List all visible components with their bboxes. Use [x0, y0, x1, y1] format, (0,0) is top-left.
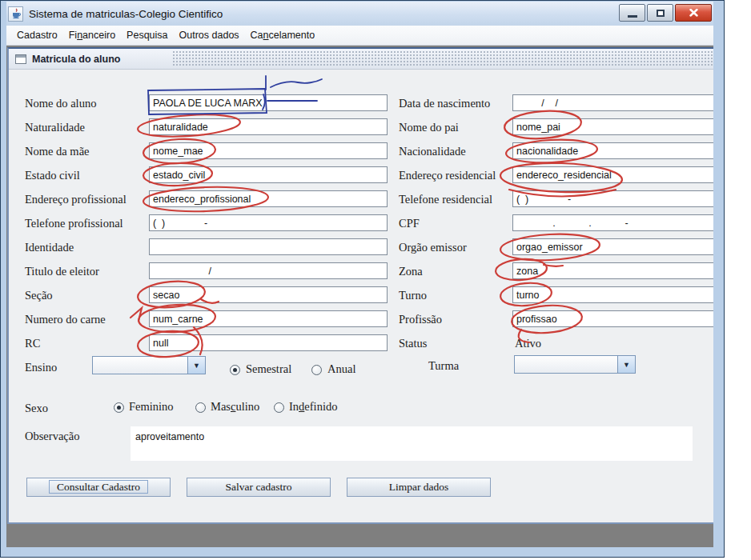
status-value: Ativo: [515, 337, 541, 350]
label-cpf: CPF: [399, 217, 420, 230]
field-rc[interactable]: null: [149, 334, 388, 351]
field-identidade[interactable]: [149, 238, 388, 255]
label-telefone-profissional: Telefone profissional: [25, 217, 123, 230]
label-estado-civil: Estado civil: [25, 169, 80, 182]
ensino-combobox-button[interactable]: ▼: [187, 357, 205, 374]
label-status: Status: [399, 337, 427, 350]
label-turno: Turno: [399, 289, 427, 302]
titlebar: Sistema de matriculas-Colegio Cientifico: [6, 2, 713, 26]
label-nome-mae: Nome da mãe: [25, 145, 90, 158]
menu-item-outros-dados[interactable]: Outros dados: [174, 28, 245, 42]
turma-combobox[interactable]: ▼: [514, 355, 636, 374]
label-turma: Turma: [428, 359, 459, 373]
internal-frame: Matricula do aluno Nome do aluno PAOLA D…: [7, 47, 713, 524]
internal-frame-titlebar: Matricula do aluno: [9, 49, 713, 70]
close-button[interactable]: [675, 4, 712, 22]
label-num-carne: Numero do carne: [25, 313, 106, 326]
field-profissao[interactable]: profissao: [512, 310, 713, 327]
menu-item-cadastro[interactable]: Cadastro: [11, 28, 63, 42]
label-sexo: Sexo: [25, 402, 48, 415]
label-endereco-residencial: Endereço residencial: [399, 169, 496, 182]
field-estado-civil[interactable]: estado_civil: [149, 166, 388, 183]
chevron-down-icon: ▼: [193, 362, 200, 370]
label-nome-pai: Nome do pai: [399, 121, 459, 134]
field-nacionalidade[interactable]: nacionalidade: [512, 142, 713, 159]
field-telefone-profissional[interactable]: ( ) -: [149, 214, 388, 231]
menu-item-pesquisa[interactable]: Pesquisa: [121, 28, 173, 42]
label-profissao: Profissão: [399, 313, 442, 326]
radio-indefinido[interactable]: [274, 402, 284, 413]
label-telefone-residencial: Telefone residencial: [399, 193, 492, 206]
limpar-dados-button[interactable]: Limpar dados: [347, 478, 491, 497]
label-ensino: Ensino: [25, 361, 57, 374]
internal-window-icon: [15, 54, 26, 64]
label-titulo-eleitor: Titulo de eleitor: [25, 265, 99, 278]
label-orgao-emissor: Orgão emissor: [399, 241, 467, 254]
field-endereco-residencial[interactable]: endereco_residencial: [512, 166, 713, 183]
java-app-icon: [8, 6, 23, 22]
radio-anual-label: Anual: [327, 362, 355, 376]
label-zona: Zona: [399, 265, 423, 278]
field-cpf[interactable]: . . -: [512, 214, 713, 231]
label-rc: RC: [25, 337, 40, 350]
close-icon: [689, 9, 698, 17]
maximize-button[interactable]: [647, 4, 673, 22]
field-orgao-emissor[interactable]: orgao_emissor: [512, 238, 713, 255]
maximize-icon: [657, 10, 665, 17]
radio-masculino-label: Masculino: [211, 400, 259, 414]
ensino-combobox[interactable]: ▼: [92, 356, 206, 374]
radio-masculino[interactable]: [195, 402, 206, 413]
menu-item-cancelamento[interactable]: Cancelamento: [245, 28, 321, 42]
label-secao: Seção: [25, 289, 53, 302]
field-num-carne[interactable]: num_carne: [149, 310, 388, 327]
field-nome-aluno[interactable]: PAOLA DE LUCA MARX: [149, 94, 388, 111]
field-zona[interactable]: zona: [512, 262, 713, 279]
salvar-cadastro-button[interactable]: Salvar cadastro: [187, 478, 331, 497]
radio-feminino[interactable]: [114, 402, 124, 413]
field-titulo-eleitor[interactable]: /: [149, 262, 388, 279]
radio-anual[interactable]: [311, 365, 322, 375]
radio-semestral[interactable]: [230, 365, 240, 375]
field-nome-pai[interactable]: nome_pai: [512, 118, 713, 135]
screen: Sistema de matriculas-Colegio Cientifico…: [0, 0, 751, 560]
ensino-combobox-value: [93, 357, 187, 374]
menu-item-financeiro[interactable]: Financeiro: [63, 28, 121, 42]
chevron-down-icon: ▼: [623, 361, 630, 369]
label-data-nascimento: Data de nascimento: [399, 97, 490, 110]
observacao-textarea[interactable]: aproveitamento: [131, 426, 693, 461]
radio-semestral-label: Semestral: [246, 362, 291, 376]
radio-indefinido-label: Indefinido: [289, 400, 337, 414]
field-telefone-residencial[interactable]: ( ) -: [512, 190, 713, 207]
field-data-nascimento[interactable]: / /: [512, 94, 713, 111]
minimize-icon: [628, 15, 637, 18]
frame-title: Matricula do aluno: [32, 54, 120, 65]
coffee-cup-icon: [10, 8, 22, 19]
window-title: Sistema de matriculas-Colegio Cientifico: [29, 8, 223, 20]
field-naturalidade[interactable]: naturalidade: [149, 118, 388, 135]
field-nome-mae[interactable]: nome_mae: [149, 142, 388, 159]
turma-combobox-value: [515, 356, 617, 373]
field-endereco-profissional[interactable]: endereco_profissional: [149, 190, 388, 207]
field-secao[interactable]: secao: [149, 286, 388, 303]
form-area: Nome do aluno PAOLA DE LUCA MARX Natural…: [9, 70, 713, 523]
radio-feminino-label: Feminino: [129, 400, 174, 414]
label-endereco-profissional: Endereço profissional: [25, 193, 127, 206]
label-identidade: Identidade: [25, 241, 74, 254]
label-observacao: Observação: [25, 430, 79, 443]
menubar: Cadastro Financeiro Pesquisa Outros dado…: [6, 26, 713, 46]
label-nacionalidade: Nacionalidade: [399, 145, 466, 158]
consultar-cadastro-button[interactable]: Consultar Cadastro: [26, 478, 171, 497]
app-window: Sistema de matriculas-Colegio Cientifico…: [0, 0, 725, 558]
label-nome-aluno: Nome do aluno: [25, 97, 96, 110]
field-turno[interactable]: turno: [512, 286, 713, 303]
label-naturalidade: Naturalidade: [25, 121, 85, 134]
minimize-button[interactable]: [619, 4, 645, 22]
window-controls: [617, 4, 712, 22]
turma-combobox-button[interactable]: ▼: [617, 356, 635, 373]
desktop-pane: Matricula do aluno Nome do aluno PAOLA D…: [6, 46, 713, 547]
